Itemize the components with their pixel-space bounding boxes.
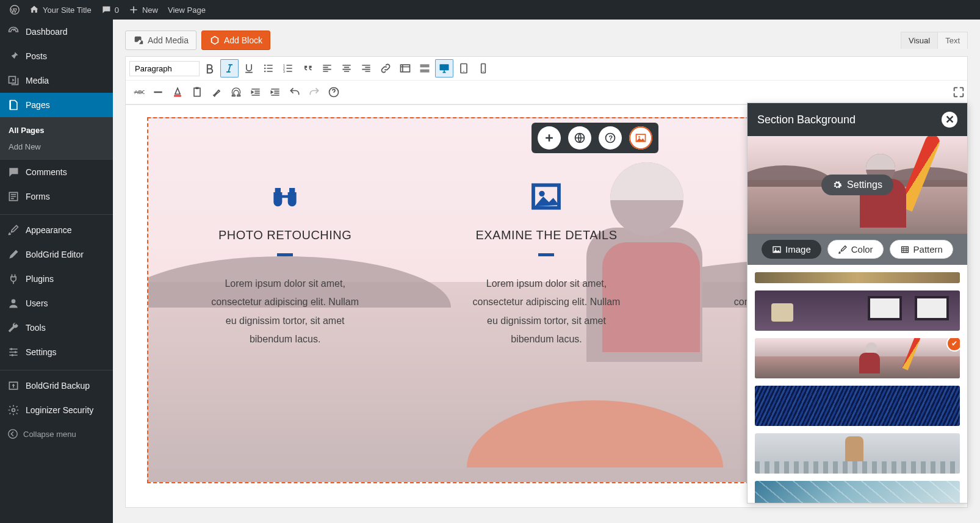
admin-bar: Your Site Title 0 New View Page xyxy=(0,0,980,20)
comments-count: 0 xyxy=(115,5,119,15)
site-title: Your Site Title xyxy=(43,5,92,15)
wp-logo[interactable] xyxy=(5,5,24,15)
new-link[interactable]: New xyxy=(124,5,163,15)
comments-link[interactable]: 0 xyxy=(96,5,124,15)
new-label: New xyxy=(142,5,158,15)
site-link[interactable]: Your Site Title xyxy=(24,5,96,15)
view-page-link[interactable]: View Page xyxy=(163,5,211,15)
